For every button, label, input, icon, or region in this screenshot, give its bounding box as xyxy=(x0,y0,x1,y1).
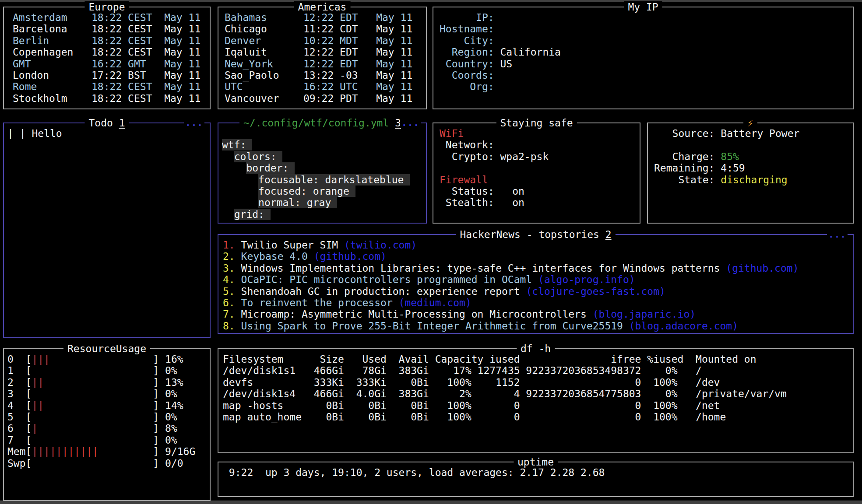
text-segment xyxy=(222,174,258,186)
text-segment: Stealth: on xyxy=(440,197,524,208)
text-segment: (algo-prog.info) xyxy=(538,274,635,285)
story-row[interactable]: 1. Twilio Super SIM (twilio.com) xyxy=(223,239,853,251)
text-segment: ||||||||||| xyxy=(32,446,98,457)
panel-title-americas: Americas xyxy=(294,1,351,13)
text-segment: Crypto: wpa2-psk xyxy=(440,151,549,162)
battery-line: Remaining: 4:59 xyxy=(654,162,853,174)
resources-line: Mem[||||||||||| ] 9/16G xyxy=(7,446,210,457)
df-line: devfs 333Ki 333Ki 0Bi 100% 1152 0 100% /… xyxy=(223,377,853,388)
europe-line: Berlin 18:22 CEST May 11 xyxy=(13,35,210,46)
story-row[interactable]: 4. OCaPIC: PIC microcontrollers programm… xyxy=(223,274,853,285)
text-segment: Amsterdam 18:22 CEST May 11 xyxy=(13,12,201,23)
window-edge-top xyxy=(0,0,862,2)
text-segment: California xyxy=(494,46,561,58)
text-segment: (github.com) xyxy=(314,251,387,262)
europe-line: Rome 18:22 CEST May 11 xyxy=(13,81,210,92)
battery-line: Charge: 85% xyxy=(654,151,853,162)
text-segment: || xyxy=(32,377,44,388)
story-row[interactable]: 2. Keybase 4.0 (github.com) xyxy=(223,251,853,262)
panel-hackernews[interactable]: HackerNews - topstories 2...1. Twilio Su… xyxy=(218,234,854,334)
panel-battery: ⚡ Source: Battery Power Charge: 85%Remai… xyxy=(647,122,854,224)
text-segment: 2 [ xyxy=(7,377,32,388)
text-segment: Windows Implementation Libraries: type-s… xyxy=(241,262,726,274)
text-segment: Stockholm 18:22 CEST May 11 xyxy=(13,93,201,104)
story-row[interactable]: 8. Using Spark to Prove 255-Bit Integer … xyxy=(223,320,853,332)
text-segment: Berlin 18:22 CEST May 11 xyxy=(13,35,201,46)
text-segment: ] 14% xyxy=(44,400,183,411)
text-segment xyxy=(222,162,246,174)
safety-line: Network: xyxy=(440,139,640,150)
text-segment: | xyxy=(32,423,38,434)
text-segment xyxy=(222,151,234,162)
text-segment xyxy=(222,186,258,197)
text-segment: ] 8% xyxy=(38,423,177,434)
panel-content-europe: Amsterdam 18:22 CEST May 11Barcelona 18:… xyxy=(4,7,210,104)
scroll-indicator-dots: ... xyxy=(827,230,848,239)
text-segment: Denver 10:22 MDT May 11 xyxy=(225,35,412,46)
panel-europe: EuropeAmsterdam 18:22 CEST May 11Barcelo… xyxy=(3,7,211,109)
safety-line xyxy=(440,162,640,174)
scroll-indicator-dots: ... xyxy=(400,118,421,128)
text-segment xyxy=(222,209,234,220)
text-segment: To reinvent the processor xyxy=(241,297,399,308)
text-segment: 3 [ ] 0% xyxy=(7,388,177,399)
panel-title-safety: Staying safe xyxy=(496,117,577,129)
europe-line: Stockholm 18:22 CEST May 11 xyxy=(13,93,210,104)
text-segment: Todo xyxy=(88,117,119,129)
text-segment: Copenhagen 18:22 CEST May 11 xyxy=(13,46,201,58)
text-segment: 4. xyxy=(223,274,241,285)
battery-line: State: discharging xyxy=(654,174,853,186)
panel-content-hackernews: 1. Twilio Super SIM (twilio.com)2. Keyba… xyxy=(218,235,853,332)
panel-todo[interactable]: Todo 1...| | Hello xyxy=(3,122,211,338)
story-row[interactable]: 5. Shenandoah GC in production: experien… xyxy=(223,286,853,297)
scroll-indicator-dots: ... xyxy=(184,118,204,128)
panel-title-battery: ⚡ xyxy=(743,117,757,129)
panel-content-safety: WiFi Network: Crypto: wpa2-pskFirewall S… xyxy=(433,123,640,209)
text-segment: ~/.config/wtf/config.yml xyxy=(243,117,395,129)
text-segment: 85% xyxy=(721,151,739,162)
text-segment: || xyxy=(32,400,44,411)
text-segment: 4 [ xyxy=(7,400,32,411)
df-line: Filesystem Size Used Avail Capacity iuse… xyxy=(223,354,853,365)
text-segment: uptime xyxy=(517,456,554,468)
panel-content-myip: IP:Hostname: City: Region: California Co… xyxy=(433,7,853,93)
resources-line: 6 [| ] 8% xyxy=(7,423,210,434)
panel-resources: ResourceUsage0 [||| ] 16%1 [ ] 0%2 [|| ]… xyxy=(3,348,211,501)
story-row[interactable]: 3. Windows Implementation Libraries: typ… xyxy=(223,262,853,274)
text-segment: | | Hello xyxy=(7,128,62,139)
americas-line: Vancouver 09:22 PDT May 11 xyxy=(225,93,426,104)
safety-line: Stealth: on xyxy=(440,197,640,208)
text-segment: 8. xyxy=(223,320,241,332)
text-segment: Rome 18:22 CEST May 11 xyxy=(13,81,201,92)
resources-line: 2 [|| ] 13% xyxy=(7,377,210,388)
text-segment: ] 9/16G xyxy=(99,446,196,457)
text-segment: Country: xyxy=(440,58,494,70)
myip-line: City: xyxy=(440,35,853,46)
resources-line: 5 [ ] 0% xyxy=(7,411,210,423)
europe-line: London 17:22 BST May 11 xyxy=(13,70,210,81)
text-segment: Shenandoah GC in production: experience … xyxy=(241,286,526,297)
text-segment: 5 [ ] 0% xyxy=(7,411,177,423)
text-segment: Sao_Paolo 13:22 -03 May 11 xyxy=(225,70,412,81)
americas-line: Bahamas 12:22 EDT May 11 xyxy=(225,12,426,23)
story-row[interactable]: 6. To reinvent the processor (medium.com… xyxy=(223,297,853,308)
config-line: focusable: darkslateblue xyxy=(222,174,426,186)
text-segment: Coords: xyxy=(440,70,494,81)
text-segment: (blog.japaric.io) xyxy=(593,308,696,320)
text-segment: Status: on xyxy=(440,186,524,197)
text-segment: border: xyxy=(246,162,295,174)
text-segment: Iqaluit 12:22 EDT May 11 xyxy=(225,46,412,58)
panel-config[interactable]: ~/.config/wtf/config.yml 3...wtf: colors… xyxy=(218,122,427,224)
americas-line: New_York 12:22 EDT May 11 xyxy=(225,58,426,70)
config-line: wtf: xyxy=(222,139,426,150)
story-row[interactable]: 7. Microamp: Asymmetric Multi-Processing… xyxy=(223,308,853,320)
panel-content-resources: 0 [||| ] 16%1 [ ] 0%2 [|| ] 13%3 [ ] 0%4… xyxy=(4,349,210,469)
todo-item[interactable]: | | Hello xyxy=(7,128,210,139)
text-segment: /dev/disk1s1 466Gi 78Gi 383Gi 17% 127743… xyxy=(223,365,702,376)
text-segment: 1 xyxy=(119,117,125,129)
config-line: grid: xyxy=(222,209,426,220)
myip-line: Org: xyxy=(440,81,853,92)
text-segment: ] 13% xyxy=(44,377,183,388)
text-segment: 5. xyxy=(223,286,241,297)
text-segment: My IP xyxy=(628,1,658,13)
